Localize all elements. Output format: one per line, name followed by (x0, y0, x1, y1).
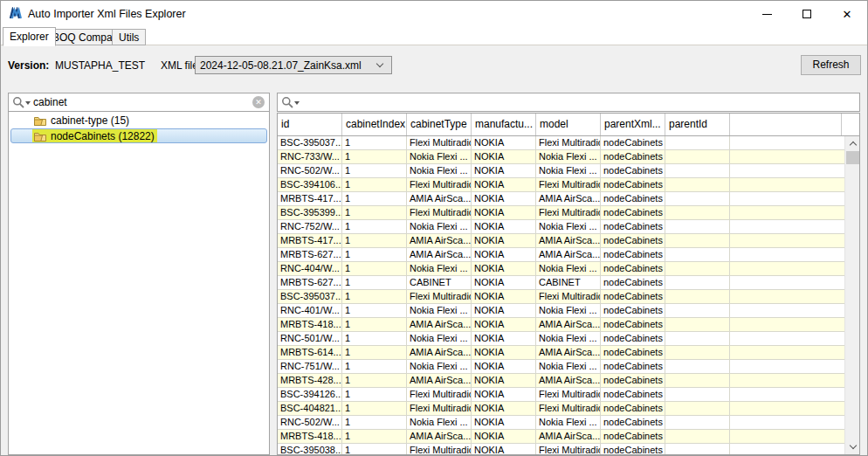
cell-parentXml: nodeCabinets (601, 206, 665, 220)
cell-cabinetIndex: 1 (342, 248, 407, 262)
scroll-up-button[interactable] (845, 136, 860, 151)
table-row[interactable]: MRBTS-627...1CABINETNOKIACABINETnodeCabi… (278, 276, 844, 290)
cell-filler (730, 360, 844, 374)
header-separator (841, 114, 842, 135)
table-row[interactable]: MRBTS-428...1AMIA AirSca...NOKIAAMIA Air… (278, 374, 844, 388)
cell-filler (730, 318, 844, 332)
table-row[interactable]: BSC-395038...1Flexi MultiradioNOKIAFlexi… (278, 444, 844, 454)
cell-parentXml: nodeCabinets (601, 220, 665, 234)
cell-filler (730, 206, 844, 220)
tree-item[interactable]: cabinet-type (15) (10, 113, 267, 128)
cell-cabinetType: Flexi Multiradio (407, 178, 472, 192)
minimize-icon (762, 14, 772, 15)
cell-parentId (665, 220, 730, 234)
cell-manufactu: NOKIA (472, 416, 536, 430)
tree-item[interactable]: nodeCabinets (12822) (10, 128, 267, 143)
cell-filler (730, 290, 844, 304)
cell-parentId (665, 388, 730, 402)
cell-cabinetType: AMIA AirSca... (407, 318, 472, 332)
xml-file-label: XML file (161, 59, 198, 72)
cell-manufactu: NOKIA (472, 206, 536, 220)
version-value: MUSTAPHA_TEST (55, 59, 145, 72)
folder-icon (33, 130, 47, 142)
table-row[interactable]: RNC-404/W...1Nokia Flexi ...NOKIANokia F… (278, 262, 844, 276)
tree-search-input[interactable] (33, 94, 252, 110)
column-header-cabinetType[interactable]: cabinetType (407, 114, 472, 135)
column-header-cabinetIndex[interactable]: cabinetIndex (342, 114, 407, 135)
cell-parentXml: nodeCabinets (601, 430, 665, 444)
table-row[interactable]: MRBTS-627...1AMIA AirSca...NOKIAAMIA Air… (278, 248, 844, 262)
table-row[interactable]: MRBTS-614...1AMIA AirSca...NOKIAAMIA Air… (278, 346, 844, 360)
tab-explorer[interactable]: Explorer (3, 27, 56, 46)
table-row[interactable]: BSC-395399...1Flexi MultiradioNOKIAFlexi… (278, 206, 844, 220)
cell-cabinetIndex: 1 (342, 360, 407, 374)
cell-filler (730, 150, 844, 164)
cell-parentId (665, 332, 730, 346)
minimize-button[interactable] (747, 1, 787, 27)
cell-model: Flexi Multiradio (536, 206, 601, 220)
table-row[interactable]: RNC-502/W...1Nokia Flexi ...NOKIANokia F… (278, 416, 844, 430)
cell-model: Nokia Flexi ... (536, 332, 601, 346)
table-row[interactable]: RNC-401/W...1Nokia Flexi ...NOKIANokia F… (278, 304, 844, 318)
cell-manufactu: NOKIA (472, 178, 536, 192)
table-row[interactable]: MRBTS-417...1AMIA AirSca...NOKIAAMIA Air… (278, 234, 844, 248)
tab-utils[interactable]: Utils (112, 29, 146, 45)
table-row[interactable]: BSC-395037...1Flexi MultiradioNOKIAFlexi… (278, 136, 844, 150)
cell-parentId (665, 416, 730, 430)
cell-model: Nokia Flexi ... (536, 220, 601, 234)
refresh-button[interactable]: Refresh (801, 55, 861, 75)
vertical-scrollbar[interactable] (844, 136, 859, 454)
table-row[interactable]: RNC-751/W...1Nokia Flexi ...NOKIANokia F… (278, 360, 844, 374)
xml-file-select[interactable]: 2024-12-05-08.21.07_ZainKsa.xml (195, 56, 392, 74)
cell-parentId (665, 430, 730, 444)
table-row[interactable]: MRBTS-418...1AMIA AirSca...NOKIAAMIA Air… (278, 318, 844, 332)
cell-manufactu: NOKIA (472, 164, 536, 178)
cell-model: Flexi Multiradio (536, 136, 601, 150)
cell-parentXml: nodeCabinets (601, 178, 665, 192)
search-options-arrow-icon[interactable] (294, 101, 300, 105)
cell-cabinetIndex: 1 (342, 332, 407, 346)
table-row[interactable]: BSC-394126...1Flexi MultiradioNOKIAFlexi… (278, 388, 844, 402)
scroll-down-button[interactable] (845, 439, 860, 454)
scrollbar-thumb[interactable] (846, 151, 859, 164)
cell-cabinetType: AMIA AirSca... (407, 248, 472, 262)
cell-id: MRBTS-417... (278, 234, 342, 248)
close-button[interactable]: ✕ (827, 1, 867, 27)
cell-cabinetIndex: 1 (342, 178, 407, 192)
cell-manufactu: NOKIA (472, 150, 536, 164)
table-row[interactable]: RNC-502/W...1Nokia Flexi ...NOKIANokia F… (278, 164, 844, 178)
column-header-model[interactable]: model (536, 114, 601, 135)
cell-id: MRBTS-418... (278, 430, 342, 444)
table-row[interactable]: RNC-733/W...1Nokia Flexi ...NOKIANokia F… (278, 150, 844, 164)
cell-manufactu: NOKIA (472, 332, 536, 346)
column-header-manufactu[interactable]: manufactu... (472, 114, 536, 135)
table-row[interactable]: BSC-394106...1Flexi MultiradioNOKIAFlexi… (278, 178, 844, 192)
cell-parentId (665, 136, 730, 150)
table-row[interactable]: RNC-501/W...1Nokia Flexi ...NOKIANokia F… (278, 332, 844, 346)
tree-item-label: cabinet-type (15) (51, 114, 129, 127)
column-header-id[interactable]: id (278, 114, 342, 135)
cell-parentId (665, 276, 730, 290)
clear-search-icon[interactable]: ✕ (252, 96, 265, 108)
cell-id: RNC-502/W... (278, 416, 342, 430)
window-controls: ✕ (747, 1, 867, 27)
cell-cabinetType: Nokia Flexi ... (407, 304, 472, 318)
cell-cabinetType: Nokia Flexi ... (407, 150, 472, 164)
cell-id: BSC-395038... (278, 444, 342, 454)
cell-parentId (665, 346, 730, 360)
magnifier-icon (12, 96, 24, 108)
maximize-button[interactable] (787, 1, 827, 27)
table-row[interactable]: RNC-752/W...1Nokia Flexi ...NOKIANokia F… (278, 220, 844, 234)
table-row[interactable]: MRBTS-418...1AMIA AirSca...NOKIAAMIA Air… (278, 430, 844, 444)
table-search-input[interactable] (302, 94, 859, 110)
chevron-down-icon (376, 60, 383, 67)
table-row[interactable]: BSC-404821...1Flexi MultiradioNOKIAFlexi… (278, 402, 844, 416)
cell-cabinetType: Flexi Multiradio (407, 402, 472, 416)
table-row[interactable]: BSC-395037...1Flexi MultiradioNOKIAFlexi… (278, 290, 844, 304)
table-row[interactable]: MRBTS-417...1AMIA AirSca...NOKIAAMIA Air… (278, 192, 844, 206)
cell-parentId (665, 178, 730, 192)
column-header-parentXml[interactable]: parentXml... (601, 114, 665, 135)
cell-parentId (665, 164, 730, 178)
search-options-arrow-icon[interactable] (25, 101, 31, 105)
column-header-parentId[interactable]: parentId (665, 114, 730, 135)
